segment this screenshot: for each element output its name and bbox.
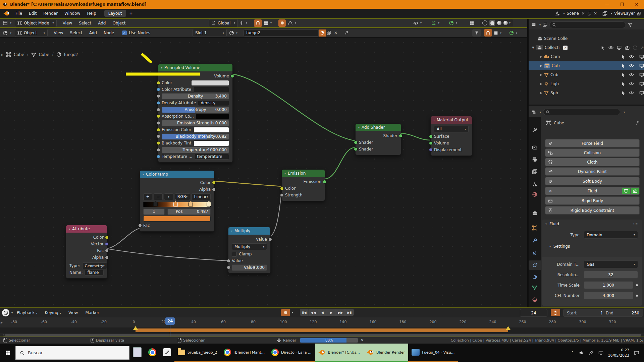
next-keyframe-button[interactable]: ▶▶: [336, 309, 345, 316]
taskbar-app-blender-main[interactable]: Blender* [C:\Us...: [315, 344, 363, 362]
node-colorramp[interactable]: ▾ColorRamp Color Alpha + − ▾ RGB▾ Linear…: [140, 170, 214, 232]
socket-emission-strength[interactable]: [157, 121, 160, 125]
timeline-menu-playback[interactable]: Playback▾: [13, 309, 41, 316]
hide-eye-icon[interactable]: [629, 55, 634, 59]
socket-shader2[interactable]: [354, 147, 358, 151]
cloth-button[interactable]: Cloth: [545, 158, 640, 166]
socket-color-attribute[interactable]: [157, 88, 160, 92]
tab-particles[interactable]: [530, 249, 539, 258]
force-field-button[interactable]: Force Field: [545, 139, 640, 147]
material-name-field[interactable]: fuego2: [244, 29, 319, 37]
start-frame-field[interactable]: Start1: [563, 309, 607, 317]
timeline-menu-view[interactable]: View: [65, 309, 81, 316]
tab-tool[interactable]: [530, 126, 539, 134]
view-layer-copy-icon[interactable]: [637, 11, 641, 16]
ramp-options-dropdown[interactable]: ▾: [164, 193, 173, 200]
rigid-body-constraint-button[interactable]: Rigid Body Constraint: [545, 206, 640, 215]
node-header[interactable]: ▾Principled Volume: [158, 64, 232, 71]
rigid-body-button[interactable]: Rigid Body: [545, 196, 640, 205]
end-keyframe-marker[interactable]: [506, 326, 511, 330]
outliner-search-input[interactable]: [549, 21, 626, 28]
blackbody-intensity-slider[interactable]: Blackbody Intensity0.682: [162, 133, 229, 140]
hide-eye-icon[interactable]: [629, 64, 634, 68]
taskbar-app-folder[interactable]: prueba_fuego_2: [174, 344, 220, 362]
socket-alpha-out[interactable]: [105, 256, 109, 259]
soft-body-button[interactable]: Soft Body: [545, 177, 640, 185]
show-object-types-dropdown[interactable]: ▾: [413, 21, 422, 25]
outliner-editor-icon[interactable]: [531, 22, 536, 27]
material-browse-button[interactable]: ▾: [229, 31, 237, 36]
jump-to-end-button[interactable]: ▶▮: [345, 309, 354, 316]
color-attribute-field[interactable]: [193, 87, 229, 93]
sidebar-toggle-icon[interactable]: ▸: [1, 52, 3, 57]
tray-expand-icon[interactable]: ⌃: [571, 351, 574, 355]
outliner-row-scene-collection[interactable]: Scene Colle: [529, 34, 644, 43]
start-button[interactable]: [0, 350, 15, 356]
socket-strength[interactable]: [280, 193, 284, 197]
dynamic-paint-button[interactable]: Dynamic Paint: [545, 167, 640, 176]
tab-modifiers[interactable]: [530, 236, 539, 245]
remove-stop-button[interactable]: −: [154, 193, 163, 200]
properties-pin-icon[interactable]: [635, 120, 640, 125]
node-emission[interactable]: ▾Emission Emission Color Strength: [281, 169, 325, 201]
socket-temperature-attribute[interactable]: [157, 155, 160, 159]
auto-keying-button[interactable]: [281, 309, 290, 316]
ramp-stop-3[interactable]: [189, 201, 193, 206]
title-bar[interactable]: Blender* [C:\Users\reals\Downloads\fuego…: [0, 0, 644, 9]
timeline-panel-toggle-icon[interactable]: ▸: [1, 320, 3, 325]
outliner-row-cube-selected[interactable]: ▶ Cub: [529, 61, 644, 70]
socket-shader1[interactable]: [354, 141, 358, 144]
node-principled-volume[interactable]: ▾Principled Volume Volume Color Color At…: [158, 64, 233, 163]
tab-physics-active[interactable]: [530, 261, 539, 269]
pen-settings-icon[interactable]: [589, 350, 594, 355]
socket-emission-color[interactable]: [157, 128, 160, 132]
notification-center-icon[interactable]: [634, 350, 639, 356]
add-workspace-button[interactable]: +: [126, 10, 136, 17]
timeline-editor-icon[interactable]: [2, 309, 9, 316]
view-layer-caret-icon[interactable]: ▾: [611, 12, 612, 15]
taskbar-search-box[interactable]: Buscar: [15, 346, 129, 360]
timeline-type-caret-icon[interactable]: ▾: [11, 311, 13, 314]
value-slider[interactable]: Value4.000: [232, 264, 267, 271]
menu-help[interactable]: Help: [84, 10, 99, 17]
socket-blackbody-intensity[interactable]: [157, 135, 160, 138]
proportional-edit-toggle[interactable]: [278, 19, 286, 27]
emission-color-swatch[interactable]: [194, 127, 229, 133]
selectable-icon[interactable]: [621, 82, 626, 86]
shading-rendered-button[interactable]: ▾: [503, 21, 511, 25]
prev-keyframe-button[interactable]: ◀◀: [309, 309, 318, 316]
material-node-icon[interactable]: [319, 29, 326, 37]
node-attribute[interactable]: ▾Attribute Color Vector Fac Alpha Type:G…: [66, 225, 107, 279]
operation-dropdown[interactable]: Multiply▾: [232, 243, 267, 250]
shader-menu-add[interactable]: Add: [86, 29, 100, 37]
taskbar-app-blender-render[interactable]: Blender Render: [363, 344, 408, 362]
overlays-dropdown[interactable]: ▾: [449, 20, 457, 25]
node-header[interactable]: ▾Multiply: [228, 227, 270, 235]
socket-color-out[interactable]: [105, 236, 109, 239]
attribute-name-field[interactable]: flame: [85, 270, 104, 276]
timeline-menu-marker[interactable]: Marker: [82, 309, 102, 316]
node-header[interactable]: ▾Emission: [282, 170, 325, 177]
display-icon[interactable]: [598, 350, 603, 355]
scene-pin-icon[interactable]: [581, 11, 585, 16]
taskbar-app-video[interactable]: Fuego_04 - Visu...: [408, 344, 458, 362]
filter-icon[interactable]: [628, 22, 633, 27]
shading-solid-button[interactable]: [489, 20, 495, 26]
node-multiply[interactable]: ▾Multiply Value Multiply▾ Clamp Value Va…: [228, 227, 271, 274]
stop-position-slider[interactable]: Pos0.487: [167, 208, 211, 215]
density-attribute-field[interactable]: density: [198, 100, 229, 106]
shader-editor-type-button[interactable]: ▾: [3, 31, 11, 36]
keying-caret-icon[interactable]: ▾: [292, 311, 293, 314]
material-copy-icon[interactable]: [327, 31, 331, 35]
selectable-icon[interactable]: [621, 55, 626, 59]
selectable-icon[interactable]: [601, 46, 605, 50]
view-layer-icon[interactable]: [602, 11, 607, 16]
pivot-dropdown[interactable]: ▾: [239, 20, 247, 25]
properties-search-input[interactable]: [543, 109, 620, 115]
socket-temperature[interactable]: [157, 148, 160, 152]
gizmos-dropdown[interactable]: ▾: [431, 20, 439, 25]
use-preview-range-button[interactable]: [551, 309, 560, 316]
selectable-icon[interactable]: [621, 64, 626, 68]
tab-world[interactable]: [530, 190, 539, 199]
maximize-button[interactable]: ❐: [614, 0, 629, 9]
